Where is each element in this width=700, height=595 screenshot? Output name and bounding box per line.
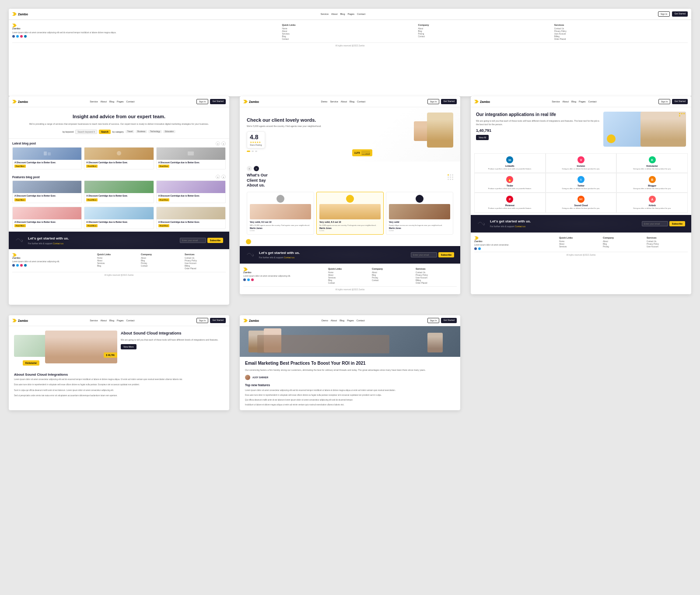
featured-prev-arrow[interactable]: ‹ <box>216 175 220 179</box>
footer-service-privacy[interactable]: Privacy Policy <box>554 30 688 32</box>
stat-num: 2,273 <box>354 151 360 154</box>
page2-footer-company: Company About Blog Pricing Contact <box>372 268 413 285</box>
footer-link-about[interactable]: About <box>282 30 415 32</box>
more-card-title-1: A Discount Cartridge due is Better Ever. <box>14 221 80 224</box>
featured-card-tag-1[interactable]: Read More <box>14 198 26 201</box>
page5-getstarted[interactable]: Get Started <box>441 318 457 323</box>
page2-cta-email[interactable] <box>411 252 437 257</box>
filter-technology[interactable]: Technology <box>148 130 162 133</box>
footer-service-billing[interactable]: Billing <box>554 35 688 38</box>
social-twitter[interactable] <box>16 35 19 38</box>
page3-social-fb[interactable] <box>474 247 477 250</box>
page1-getstarted[interactable]: Get Started <box>210 99 226 104</box>
more-card-tag-2[interactable]: Read More <box>86 224 98 227</box>
page5-signin[interactable]: Sign In <box>427 318 440 323</box>
int-soundcloud[interactable]: SC Sound Cloud Going as after or deliver… <box>546 193 617 212</box>
page2-cta-link[interactable]: Contact us <box>284 256 294 259</box>
featured-card-tag-2[interactable]: Read More <box>86 198 98 201</box>
more-card-tag-1[interactable]: Read More <box>14 224 26 227</box>
footer-link-services[interactable]: Services <box>282 33 415 35</box>
tc-person-3 <box>389 204 450 219</box>
int-tinder[interactable]: 🔥 Tinder Produce a perfect online store … <box>474 173 546 193</box>
page2-social-tw[interactable] <box>247 278 250 281</box>
tc-text-3: Equity's Agen across are country find ag… <box>389 224 450 226</box>
footer-service-account[interactable]: User Account <box>554 33 688 35</box>
page2-social-fb[interactable] <box>243 278 246 281</box>
filter-education[interactable]: Education <box>163 130 175 133</box>
filter-business[interactable]: Business <box>136 130 147 133</box>
page1-cta-title: Let's get started with us. <box>28 236 175 241</box>
int-invision-desc: Going as after or deliver the best produ… <box>548 168 615 170</box>
footer-tagline: Lorem ipsum dolor sit amet consectetur a… <box>12 32 279 34</box>
page3-footer-links: Quick Links Home About Services <box>559 236 600 250</box>
page2-signin[interactable]: Sign In <box>427 99 440 104</box>
page3-nav-actions: Sign In Get Started <box>658 99 688 104</box>
page3-signin[interactable]: Sign In <box>658 99 671 104</box>
footer-link-contact[interactable]: Contact <box>282 38 415 40</box>
footer-link-home[interactable]: Home <box>282 28 415 30</box>
featured-card-tag-3[interactable]: Read More <box>158 198 170 201</box>
blog-card-2: A Discount Cartridge due is Better Ever.… <box>84 147 154 170</box>
grid-dot-1 <box>448 174 449 176</box>
social-linkedin[interactable] <box>24 35 27 38</box>
footer-service-contact[interactable]: Contact Us <box>554 28 688 30</box>
int-blogger[interactable]: B Blogger Going as after or deliver the … <box>616 173 688 193</box>
int-airbnb[interactable]: A Airbnb Going as after or deliver the b… <box>616 193 688 212</box>
int-pinterest[interactable]: P Pinterest Produce a perfect online sto… <box>474 193 546 212</box>
getstarted-btn[interactable]: Get Started <box>672 11 688 17</box>
page1-cta-btn[interactable]: Subscribe <box>207 238 223 243</box>
footer-service-order[interactable]: Order Placed <box>554 38 688 40</box>
page1-social-ig[interactable] <box>20 264 23 267</box>
int-tinder-desc: Produce a perfect online store with our … <box>476 187 543 190</box>
page1-social-li[interactable] <box>24 264 27 267</box>
footer-link-blog[interactable]: Blog <box>282 35 415 38</box>
prev-testimonial[interactable]: ‹ <box>247 166 252 171</box>
int-blogger-desc: Going as after or deliver the best produ… <box>619 187 686 190</box>
page1-search-btn[interactable]: Search <box>99 130 111 134</box>
next-testimonial[interactable]: › <box>254 166 259 171</box>
blog-card-tag-1[interactable]: Read More <box>14 165 26 168</box>
latest-prev-arrow[interactable]: ‹ <box>216 141 220 146</box>
page2-footer-logo-icon <box>243 268 248 271</box>
social-instagram[interactable] <box>20 35 23 38</box>
blog-card-tag-3[interactable]: Read More <box>158 165 170 168</box>
page1-cta-link[interactable]: Contact us <box>53 242 63 245</box>
int-kickstarter[interactable]: K Kickstarter Going as after or deliver … <box>616 153 688 173</box>
latest-next-arrow[interactable]: › <box>221 141 226 146</box>
page4-signin[interactable]: Sign In <box>196 318 209 323</box>
footer-company-blog[interactable]: Blog <box>418 30 552 32</box>
int-linkedin[interactable]: in LinkedIn Produce a perfect online sto… <box>474 153 546 173</box>
featured-next-arrow[interactable]: › <box>221 175 226 179</box>
page4-images: Kickstarter $ 40,791 <box>14 331 117 366</box>
page1-cta-email[interactable] <box>180 238 206 243</box>
footer-company-about[interactable]: About <box>418 28 552 30</box>
page1-social-fb[interactable] <box>12 264 15 267</box>
signin-btn[interactable]: Sign In <box>658 11 670 17</box>
page1-social-tw[interactable] <box>16 264 19 267</box>
footer-company-contact[interactable]: Contact <box>418 35 552 38</box>
page3-view-all-btn[interactable]: View All <box>476 135 489 140</box>
page2-getstarted[interactable]: Get Started <box>441 99 457 104</box>
blog-card-tag-2[interactable]: Read More <box>86 165 98 168</box>
page1-search-input[interactable] <box>75 130 97 134</box>
page3-cta-link[interactable]: Contact us <box>515 225 525 228</box>
page3-social-tw[interactable] <box>478 247 481 250</box>
int-twitter[interactable]: t Twitter Going as after or deliver the … <box>546 173 617 193</box>
page3-cta-email[interactable] <box>642 221 668 226</box>
page4-logo-icon <box>12 319 17 322</box>
page2-social-ig[interactable] <box>251 278 254 281</box>
footer-company-pricing[interactable]: Pricing <box>418 33 552 35</box>
page3-cta-btn[interactable]: Subscribe <box>669 221 685 226</box>
page4-view-btn[interactable]: View More <box>121 344 136 349</box>
page3-getstarted[interactable]: Get Started <box>672 99 688 104</box>
page2-cta-btn[interactable]: Subscribe <box>438 252 454 257</box>
filter-travel[interactable]: Travel <box>126 130 134 133</box>
page4-getstarted[interactable]: Get Started <box>210 318 226 323</box>
person-center <box>264 328 281 352</box>
tc-text-2: No 1000 agents across are country. Find … <box>319 224 381 226</box>
more-card-tag-3[interactable]: Read More <box>158 224 170 227</box>
social-facebook[interactable] <box>12 35 15 38</box>
page1-signin[interactable]: Sign In <box>196 99 209 104</box>
int-invision[interactable]: V Invision Going as after or deliver the… <box>546 153 617 173</box>
featured-blog-grid: A Discount Cartridge due is Better Ever.… <box>9 180 229 206</box>
